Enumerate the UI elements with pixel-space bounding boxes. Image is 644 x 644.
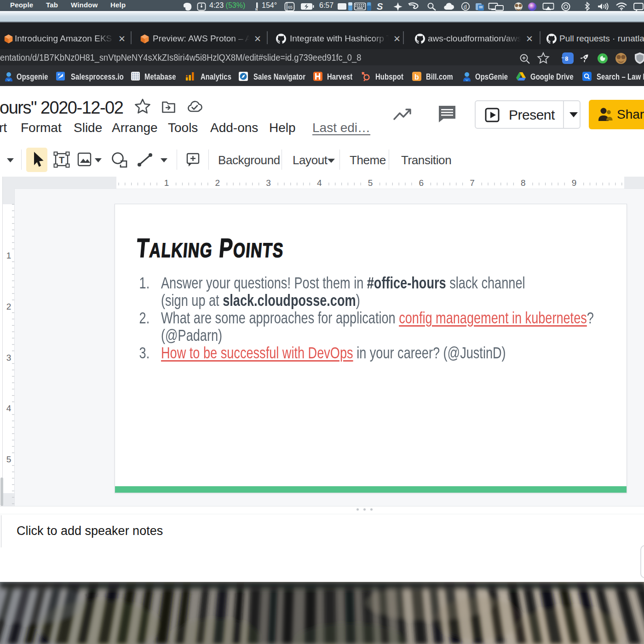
svg-text:2: 2	[215, 178, 220, 188]
svg-text:5: 5	[6, 454, 12, 464]
svg-text:65: 65	[288, 5, 293, 10]
svg-text:1: 1	[164, 178, 169, 188]
svg-text:5: 5	[368, 178, 373, 188]
svg-text:4: 4	[6, 403, 12, 413]
svg-text:7: 7	[470, 178, 475, 188]
svg-text:d: d	[464, 4, 467, 10]
svg-text:4: 4	[317, 178, 322, 188]
svg-text:6: 6	[419, 178, 424, 188]
svg-text:9: 9	[572, 178, 577, 188]
svg-text:b: b	[414, 73, 419, 81]
svg-text:8: 8	[565, 55, 568, 62]
svg-text:8: 8	[521, 178, 526, 188]
svg-text:3: 3	[266, 178, 271, 188]
svg-text:T: T	[59, 155, 64, 165]
svg-text:S: S	[377, 1, 383, 12]
svg-text:1: 1	[6, 251, 12, 260]
svg-text:2: 2	[6, 302, 12, 311]
svg-text:3: 3	[6, 353, 12, 362]
svg-text:N: N	[255, 8, 258, 11]
